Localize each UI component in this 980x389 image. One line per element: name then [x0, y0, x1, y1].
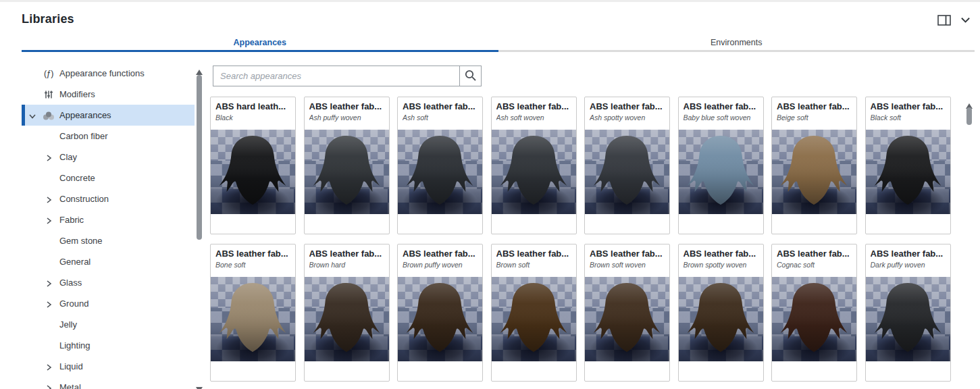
appearance-card[interactable]: ABS leather fab...Brown soft [491, 244, 577, 382]
chevron-right-icon[interactable] [45, 299, 54, 309]
chevron-right-icon[interactable] [45, 362, 54, 371]
sidebar-item-label: Fabric [59, 215, 84, 225]
card-footer [492, 214, 576, 232]
appearance-card[interactable]: ABS leather fab...Ash soft [397, 97, 483, 234]
appearance-card[interactable]: ABS leather fab...Baby blue soft woven [678, 97, 764, 234]
chevron-right-icon[interactable] [45, 153, 54, 162]
card-subtitle: Brown hard [309, 261, 384, 269]
card-subtitle: Bone soft [215, 261, 290, 269]
appearance-card[interactable]: ABS leather fab...Brown soft woven [584, 244, 670, 382]
appearance-card[interactable]: ABS leather fab...Ash spotty woven [584, 97, 670, 234]
page-title: Libraries [22, 12, 74, 26]
appearance-card[interactable]: ABS leather fab...Brown puffy woven [397, 244, 483, 382]
sidebar-item-concrete[interactable]: Concrete [22, 167, 195, 188]
sidebar-item-fabric[interactable]: Fabric [22, 209, 195, 230]
sidebar-item-general[interactable]: General [22, 251, 195, 272]
card-footer [679, 214, 763, 232]
content-scrollbar-thumb[interactable] [966, 107, 972, 125]
appearance-card[interactable]: ABS leather fab...Dark puffy woven [865, 244, 951, 382]
card-preview [772, 277, 856, 361]
card-footer [679, 361, 763, 380]
card-subtitle: Brown soft woven [590, 261, 665, 269]
appearance-card[interactable]: ABS leather fab...Ash soft woven [491, 97, 577, 234]
search-input[interactable] [213, 66, 460, 86]
appearance-card[interactable]: ABS leather fab...Cognac soft [771, 244, 857, 382]
appearance-card[interactable]: ABS leather fab...Brown spotty woven [678, 244, 764, 382]
card-title: ABS leather fab... [403, 101, 478, 111]
material-preview-image [866, 277, 950, 361]
card-footer [398, 361, 482, 380]
card-preview [679, 277, 763, 361]
card-preview [492, 130, 576, 214]
card-title: ABS leather fab... [684, 249, 758, 259]
sidebar-item-lighting[interactable]: Lighting [22, 335, 195, 356]
card-footer [492, 361, 576, 380]
card-subtitle: Brown puffy woven [403, 261, 478, 269]
category-tree: (ƒ)Appearance functionsModifiersAppearan… [22, 63, 195, 389]
card-preview [398, 277, 482, 361]
card-title: ABS leather fab... [309, 101, 384, 111]
sidebar-item-jelly[interactable]: Jelly [22, 314, 195, 335]
chevron-right-icon[interactable] [45, 215, 54, 225]
sidebar-item-label: Construction [59, 194, 109, 204]
card-footer [585, 361, 669, 380]
library-tabs: Appearances Environments [22, 33, 975, 52]
material-preview-image [585, 277, 669, 361]
sidebar-item-carbon-fiber[interactable]: Carbon fiber [22, 126, 195, 147]
appearance-card[interactable]: ABS leather fab...Brown hard [304, 244, 390, 382]
appearance-grid: ABS hard leath...BlackABS leather fab...… [210, 97, 963, 382]
sidebar-item-label: Appearances [59, 110, 111, 120]
sidebar-item-label: Ground [59, 299, 88, 309]
chevron-right-icon[interactable] [45, 278, 54, 288]
material-preview-image [866, 130, 950, 214]
magnifier-icon [464, 69, 477, 84]
card-subtitle: Brown soft [496, 261, 571, 269]
card-header: ABS leather fab...Beige soft [772, 97, 856, 130]
sidebar-item-metal[interactable]: Metal [22, 377, 195, 389]
card-footer [398, 214, 482, 232]
card-header: ABS leather fab...Dark puffy woven [866, 244, 950, 277]
appearance-card[interactable]: ABS leather fab...Ash puffy woven [304, 97, 390, 234]
appearance-card[interactable]: ABS leather fab...Bone soft [210, 244, 296, 382]
card-preview [211, 277, 295, 361]
material-preview-image [398, 277, 482, 361]
sidebar-item-modifiers[interactable]: Modifiers [22, 84, 195, 105]
card-subtitle: Baby blue soft woven [684, 113, 758, 122]
card-subtitle: Dark puffy woven [871, 261, 946, 269]
scroll-down-icon[interactable] [196, 383, 203, 389]
sidebar-item-label: General [59, 257, 91, 267]
sidebar-item-label: Metal [59, 382, 81, 389]
card-footer [305, 214, 389, 232]
chevron-right-icon[interactable] [45, 194, 54, 204]
sidebar-item-construction[interactable]: Construction [22, 188, 195, 209]
sidebar-item-label: Lighting [59, 340, 91, 351]
sidebar-item-appearance-functions[interactable]: (ƒ)Appearance functions [22, 63, 195, 84]
appearance-card[interactable]: ABS hard leath...Black [210, 97, 296, 234]
card-preview [305, 130, 389, 214]
sidebar-item-ground[interactable]: Ground [22, 293, 195, 314]
card-header: ABS leather fab...Brown puffy woven [398, 244, 482, 277]
search-button[interactable] [459, 66, 482, 86]
card-footer [866, 361, 950, 380]
material-preview-image [772, 130, 856, 214]
chevron-right-icon[interactable] [45, 383, 54, 389]
sidebar-item-gem-stone[interactable]: Gem stone [22, 230, 195, 251]
split-panel-icon[interactable] [937, 15, 951, 26]
collapse-panel-chevron-down-icon[interactable] [960, 17, 971, 24]
sidebar-item-clay[interactable]: Clay [22, 147, 195, 167]
appearance-card[interactable]: ABS leather fab...Black soft [865, 97, 951, 234]
card-preview [866, 130, 950, 214]
tab-appearances[interactable]: Appearances [22, 33, 498, 52]
material-preview-image [398, 130, 482, 214]
sidebar-item-appearances[interactable]: Appearances [22, 105, 195, 126]
card-preview [772, 130, 856, 214]
sidebar-scrollbar-thumb[interactable] [197, 75, 202, 240]
sidebar-item-liquid[interactable]: Liquid [22, 356, 195, 377]
card-title: ABS leather fab... [590, 101, 665, 111]
chevron-down-icon[interactable] [28, 111, 38, 120]
tab-environments[interactable]: Environments [498, 33, 975, 52]
card-subtitle: Beige soft [777, 113, 852, 122]
appearance-card[interactable]: ABS leather fab...Beige soft [771, 97, 857, 234]
sidebar-item-glass[interactable]: Glass [22, 272, 195, 293]
material-preview-image [211, 130, 295, 214]
